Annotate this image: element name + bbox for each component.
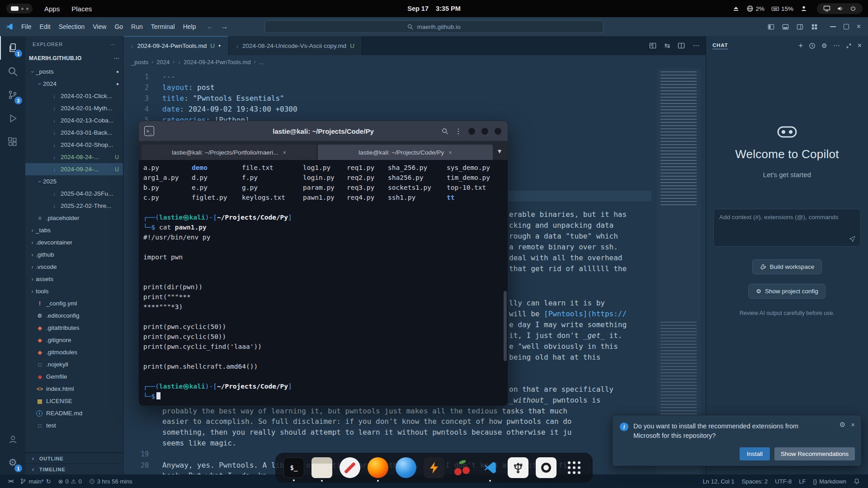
usb-imager-dock-icon[interactable]: [508, 457, 528, 478]
eol-sequence[interactable]: LF: [795, 478, 809, 485]
command-center-search[interactable]: maerih.github.io: [264, 20, 604, 33]
activity-source-control[interactable]: 3: [0, 83, 25, 107]
new-chat-icon[interactable]: +: [798, 41, 803, 50]
tree-item-gemfile[interactable]: ◆Gemfile: [25, 371, 123, 383]
tree-item-2025-04-02-jsfu-[interactable]: ↓2025-04-02-JSFu...: [25, 188, 123, 200]
workspace-root[interactable]: MAERIH.GITHUB.IO ⋯: [25, 52, 123, 64]
toggle-secondary-sidebar-icon[interactable]: [797, 23, 803, 30]
terminal-maximize-icon[interactable]: [481, 128, 488, 135]
places-menu[interactable]: Places: [71, 5, 92, 13]
menu-go[interactable]: Go: [110, 23, 127, 30]
tree-item-2024[interactable]: ›2024●: [25, 78, 123, 90]
tree-item-assets[interactable]: ›assets: [25, 273, 123, 285]
menu-run[interactable]: Run: [127, 23, 147, 30]
menu-edit[interactable]: Edit: [36, 23, 55, 30]
split-editor-icon[interactable]: [678, 42, 685, 49]
tree-item--posts[interactable]: ›_posts●: [25, 66, 123, 78]
language-mode[interactable]: {}Markdown: [809, 478, 850, 485]
workspace-actions-icon[interactable]: ⋯: [114, 55, 119, 61]
encoding[interactable]: UTF-8: [771, 478, 795, 485]
tree-item-readme-md[interactable]: iREADME.md: [25, 407, 123, 419]
notification-close-icon[interactable]: ×: [851, 421, 855, 429]
more-actions-icon[interactable]: ⋯: [693, 42, 699, 50]
menu-terminal[interactable]: Terminal: [147, 23, 179, 30]
recorder-dock-icon[interactable]: [536, 457, 557, 478]
clock[interactable]: Sep 17 3:35 PM: [407, 5, 461, 12]
nav-back-icon[interactable]: ←: [206, 23, 213, 31]
tree-item-2024-08-24-[interactable]: ↓2024-08-24-...U: [25, 151, 123, 163]
terminal-content[interactable]: a.pydemofile.txtlog1.pyreq1.pysha_256.py…: [139, 160, 508, 406]
tree-item--gitignore[interactable]: ◆.gitignore: [25, 334, 123, 346]
install-button[interactable]: Install: [740, 447, 770, 460]
terminal-scrollbar[interactable]: [504, 291, 507, 361]
tree-item-index-html[interactable]: <>index.html: [25, 383, 123, 395]
cherrytree-dock-icon[interactable]: [452, 457, 472, 478]
time-tracker[interactable]: 3 hrs 56 mins: [85, 478, 136, 485]
terminal-tab-portfolio[interactable]: lastie@kali: ~/Projects/Portfolio/maeri.…: [142, 145, 316, 160]
tree-item--devcontainer[interactable]: ›.devcontainer: [25, 236, 123, 249]
open-preview-icon[interactable]: [649, 42, 656, 49]
tree-item-2024-04-02-shop-[interactable]: ↓2024-04-02-Shop...: [25, 139, 123, 151]
notifications-bell-icon[interactable]: [850, 478, 863, 484]
toggle-panel-icon[interactable]: [782, 23, 789, 30]
build-workspace-button[interactable]: Build workspace: [752, 259, 822, 274]
tree-item--vscode[interactable]: ›.vscode: [25, 261, 123, 273]
problems-indicator[interactable]: ⊗0 ⚠0: [55, 478, 85, 485]
network-indicator[interactable]: 2%: [746, 5, 764, 12]
vscode-dock-icon[interactable]: [480, 457, 500, 478]
tree-item--github[interactable]: ›.github: [25, 249, 123, 261]
nav-forward-icon[interactable]: →: [221, 23, 228, 31]
tree-item-2025-22-02-thre-[interactable]: ↓2025-22-02-Thre...: [25, 200, 123, 212]
show-apps-dock-icon[interactable]: [564, 457, 585, 478]
shell-prompt-active[interactable]: └─$: [143, 391, 507, 401]
notification-settings-icon[interactable]: ⚙: [840, 421, 845, 429]
tree-item--gitattributes[interactable]: ◆.gitattributes: [25, 322, 123, 334]
branch-indicator[interactable]: main* ↻: [16, 478, 54, 485]
keyboard-battery-indicator[interactable]: 15%: [771, 5, 793, 12]
breadcrumb-segment[interactable]: ...: [259, 59, 264, 66]
terminal-tab-code-py[interactable]: lastie@kali: ~/Projects/Code/Py ×: [318, 145, 493, 160]
menu-selection[interactable]: Selection: [55, 23, 89, 30]
outline-section[interactable]: › OUTLINE: [25, 453, 123, 464]
window-minimize-icon[interactable]: [830, 26, 836, 27]
tree-item--tabs[interactable]: ›_tabs: [25, 224, 123, 236]
window-close-icon[interactable]: ×: [857, 23, 861, 31]
tree-item-tools[interactable]: ›tools: [25, 285, 123, 297]
tree-item-2024-02-01-click-[interactable]: ↓2024-02-01-Click...: [25, 90, 123, 102]
terminal-minimize-icon[interactable]: [468, 128, 475, 135]
menu-help[interactable]: Help: [179, 23, 200, 30]
chat-close-icon[interactable]: ×: [858, 42, 862, 50]
tree-item-2024-09-24-[interactable]: ↓2024-09-24-...U: [25, 163, 123, 175]
tree-item-2024-02-13-coba-[interactable]: ↓2024-02-13-Coba...: [25, 114, 123, 127]
activity-run-debug[interactable]: [0, 107, 25, 130]
eject-icon[interactable]: [732, 5, 740, 12]
breadcrumb-segment[interactable]: _posts: [131, 59, 148, 66]
minimap[interactable]: [657, 69, 700, 474]
toggle-sidebar-icon[interactable]: [768, 23, 774, 30]
chat-expand-icon[interactable]: [846, 43, 852, 49]
send-icon[interactable]: [849, 235, 856, 243]
editor-tab-2024-08-24-unicode-vs-ascii-copy-md[interactable]: ↓2024-08-24-Unicode-Vs-Ascii copy.mdU: [229, 36, 362, 55]
menu-file[interactable]: File: [17, 23, 36, 30]
tree-item--gitmodules[interactable]: ◆.gitmodules: [25, 346, 123, 358]
close-icon[interactable]: ×: [448, 149, 452, 156]
window-restore-icon[interactable]: [844, 24, 849, 29]
customize-layout-icon[interactable]: [811, 23, 818, 30]
quick-settings[interactable]: [817, 3, 863, 14]
workspace-switcher[interactable]: [6, 4, 33, 14]
history-icon[interactable]: [809, 42, 816, 49]
user-icon[interactable]: [800, 5, 807, 12]
apps-menu[interactable]: Apps: [44, 5, 60, 13]
files-dock-icon[interactable]: [311, 457, 332, 478]
close-icon[interactable]: ×: [283, 149, 286, 156]
terminal-close-icon[interactable]: [495, 128, 501, 135]
activity-extensions[interactable]: [0, 130, 25, 154]
activity-settings[interactable]: ⚙ 1: [0, 451, 25, 474]
blue-app-dock-icon[interactable]: [396, 457, 416, 478]
activity-explorer[interactable]: 1: [0, 36, 25, 60]
remote-indicator[interactable]: ><: [5, 478, 16, 484]
chat-input[interactable]: [714, 209, 860, 235]
kali-terminal-dock-icon[interactable]: $_: [283, 457, 304, 478]
timeline-section[interactable]: › TIMELINE: [25, 464, 123, 474]
tree-item--config-yml[interactable]: !_config.yml: [25, 297, 123, 310]
